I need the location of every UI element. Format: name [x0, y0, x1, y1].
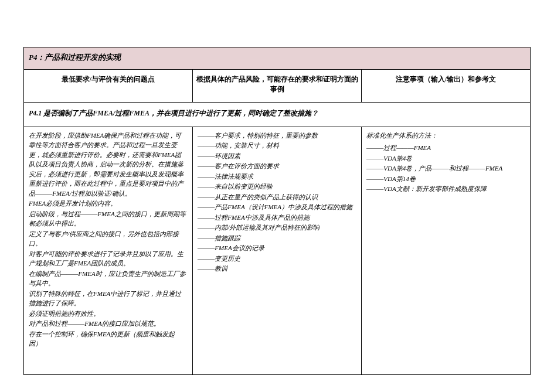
col2-item: ———内部/外部运输及其对产品特征的影响	[198, 223, 356, 233]
col2-item: ———过程FMEA中涉及具体产品的措施	[198, 213, 356, 223]
col2-item: ———环境因素	[198, 151, 356, 161]
main-table: P4：产品和过程开发的实现 最低要求/与评价有关的问题点 根据具体的产品风险，可…	[23, 47, 531, 375]
content-col2: ———客户要求，特别的特征，重要的参数———功能，安装尺寸，材料———环境因素—…	[193, 127, 362, 374]
col2-item: ———功能，安装尺寸，材料	[198, 141, 356, 151]
col3-item: ———VDA文献：新开发零部件成熟度保障	[366, 184, 525, 194]
col3-item: ———VDA第4卷，产品———和过程———FMEA	[366, 163, 525, 173]
col1-paragraph: FMEA必须是开发计划的内容。	[29, 199, 188, 209]
question-row: P4.1 是否编制了产品FMEA/过程FMEA，并在项目进行中进行了更新，同时确…	[24, 103, 531, 127]
header-col2: 根据具体的产品风险，可能存在的要求和证明方面的事例	[193, 70, 362, 103]
section-title: P4：产品和过程开发的实现	[24, 47, 531, 70]
content-col3: 标准化生产体系的方法：———过程———FMEA———VDA第4卷———VDA第4…	[362, 127, 531, 374]
title-row: P4：产品和过程开发的实现	[24, 47, 531, 70]
col1-paragraph: 在编制产品———FMEA时，应让负责生产的制造工厂参与其中。	[29, 269, 188, 288]
col2-item: ———从正在量产的类似产品上获得的认识	[198, 192, 356, 202]
col2-item: ———客户要求，特别的特征，重要的参数	[198, 131, 356, 141]
document-page: P4：产品和过程开发的实现 最低要求/与评价有关的问题点 根据具体的产品风险，可…	[0, 0, 554, 392]
question-text: P4.1 是否编制了产品FMEA/过程FMEA，并在项目进行中进行了更新，同时确…	[24, 103, 531, 127]
col2-item: ———变更历史	[198, 254, 356, 264]
col3-item: ———VDA第4卷	[366, 154, 525, 163]
col1-paragraph: 存在一个控制环，确保FMEA的更新（频度和触发起因）	[29, 329, 188, 349]
col3-title: 标准化生产体系的方法：	[366, 131, 525, 141]
col1-paragraph: 启动阶段，与过程———FMEA之间的接口，更新周期等都必须从中得出。	[29, 209, 188, 229]
col1-paragraph: 识别了特殊的特征，在FMEA中进行了标记，并且通过措施进行了保障。	[29, 289, 188, 308]
col2-item: ———客户在评价方面的要求	[198, 161, 356, 171]
header-col3: 注意事项（输入/输出）和参考文	[362, 70, 531, 103]
col1-paragraph: 对产品和过程———FMEA的接口应加以规范。	[29, 319, 188, 329]
col2-item: ———措施跟踪	[198, 233, 356, 243]
header-row: 最低要求/与评价有关的问题点 根据具体的产品风险，可能存在的要求和证明方面的事例…	[24, 70, 531, 103]
col3-item: ———过程———FMEA	[366, 143, 525, 153]
col2-item: ———来自以前变更的经验	[198, 182, 356, 192]
col1-paragraph: 对客户可能的评价要求进行了记录并且加以了应用。生产规划和工厂是FMEA团队的成员…	[29, 249, 188, 268]
col1-paragraph: 必须证明措施的有效性。	[29, 309, 188, 319]
col2-item: ———产品FMEA（设计FMEA）中涉及具体过程的措施	[198, 202, 356, 212]
col2-item: ———教训	[198, 264, 356, 274]
content-row: 在开发阶段，应借助FMEA确保产品和过程在功能，可靠性等方面符合客户的要求。产品…	[24, 127, 531, 374]
content-col1: 在开发阶段，应借助FMEA确保产品和过程在功能，可靠性等方面符合客户的要求。产品…	[24, 127, 193, 374]
header-col1: 最低要求/与评价有关的问题点	[24, 70, 193, 103]
col3-item: ———VDA第14卷	[366, 174, 525, 184]
col1-paragraph: 定义了与客户/供应商之间的接口，另外也包括内部接口。	[29, 229, 188, 248]
col2-item: ———法律法规要求	[198, 172, 356, 182]
col1-paragraph: 在开发阶段，应借助FMEA确保产品和过程在功能，可靠性等方面符合客户的要求。产品…	[29, 131, 188, 199]
col2-item: ———FMEA会议的记录	[198, 243, 356, 253]
